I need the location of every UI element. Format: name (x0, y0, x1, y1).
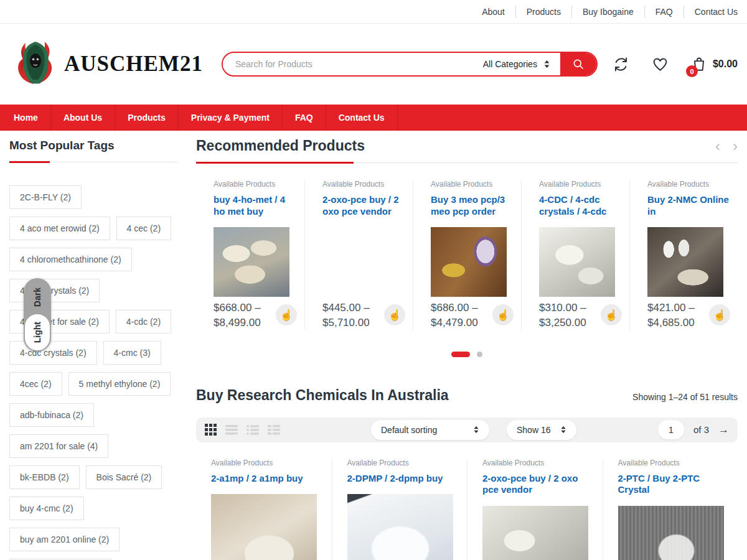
product-title-link[interactable]: buy 4-ho-met / 4 ho met buy (214, 194, 297, 218)
bullet-list-view-icon[interactable] (247, 425, 259, 435)
cart-button[interactable]: 0 $0.00 (691, 56, 738, 72)
tag-adb-fubinaca[interactable]: adb-fubinaca (2) (9, 403, 94, 427)
shop-title: Buy Research Chemicals In Australia (196, 387, 449, 404)
grid-view-icon[interactable] (205, 424, 217, 436)
product-image[interactable] (322, 227, 398, 297)
updown-arrows-icon (543, 60, 550, 68)
product-price: $445.00 – $5,710.00 (322, 301, 384, 330)
carousel-next-icon[interactable]: › (733, 139, 738, 154)
page-navigation: of 3 → (658, 420, 729, 439)
select-options-button[interactable]: ☝ (709, 304, 730, 325)
nav-item-home[interactable]: Home (1, 105, 51, 131)
show-count-select[interactable]: Show 16 (507, 420, 576, 440)
hand-pointer-icon: ☝ (496, 309, 509, 322)
product-image[interactable] (214, 227, 289, 297)
product-image[interactable] (482, 506, 588, 560)
product-category-link[interactable]: Available Products (647, 180, 730, 189)
recommended-title: Recommended Products (196, 138, 365, 154)
product-title-link[interactable]: Buy 3 meo pcp/3 meo pcp order (431, 194, 514, 218)
updown-arrows-icon (560, 426, 566, 434)
product-title-link[interactable]: 2-oxo-pce buy / 2 oxo pce vendor (322, 194, 405, 218)
product-category-link[interactable]: Available Products (539, 180, 622, 189)
search-icon (572, 58, 585, 70)
tag-4-aco-met-erowid[interactable]: 4 aco met erowid (2) (9, 217, 110, 240)
product-category-link[interactable]: Available Products (347, 459, 459, 467)
tag-4-meo-crystals[interactable]: 4 meo crystals (2) (9, 279, 100, 302)
tag-4-cmc[interactable]: 4-cmc (3) (103, 341, 161, 365)
nav-item-products[interactable]: Products (115, 105, 179, 131)
tag-4-chloromethcathinone[interactable]: 4 chloromethcathinone (2) (9, 248, 132, 271)
product-title-link[interactable]: 4-CDC / 4-cdc crystals / 4-cdc (539, 194, 622, 218)
carousel-arrows: ‹ › (715, 139, 738, 154)
recommended-underline (196, 162, 738, 164)
site-logo[interactable]: AUSCHEM21 (9, 38, 203, 90)
select-options-button[interactable]: ☝ (601, 304, 622, 325)
product-category-link[interactable]: Available Products (431, 180, 514, 189)
topbar-link-contact-us[interactable]: Contact Us (684, 6, 738, 18)
product-title-link[interactable]: 2-PTC / Buy 2-PTC Crystal (618, 473, 730, 497)
nav-item-contact-us[interactable]: Contact Us (326, 105, 398, 131)
tag-bois-sacre[interactable]: Bois Sacré (2) (86, 465, 162, 489)
next-page-arrow[interactable]: → (718, 424, 729, 436)
select-options-button[interactable]: ☝ (276, 304, 297, 325)
product-image[interactable] (647, 227, 723, 297)
product-title-link[interactable]: 2-a1mp / 2 a1mp buy (211, 473, 323, 485)
theme-light-button[interactable]: Light (24, 313, 51, 352)
nav-item-faq[interactable]: FAQ (283, 105, 326, 131)
product-category-link[interactable]: Available Products (618, 459, 730, 467)
search-input[interactable] (223, 59, 473, 69)
cart-bag-icon: 0 (691, 56, 707, 72)
product-category-link[interactable]: Available Products (211, 459, 323, 467)
category-select[interactable]: All Categories (473, 59, 560, 69)
product-category-link[interactable]: Available Products (482, 459, 594, 467)
shop-section: Buy Research Chemicals In Australia Show… (196, 387, 738, 560)
theme-dark-button[interactable]: Dark (24, 278, 51, 317)
content: Most Popular Tags 2C-B-FLY (2) 4 aco met… (0, 131, 747, 560)
page: About Products Buy Ibogaine FAQ Contact … (0, 0, 747, 560)
product-title-link[interactable]: Buy 2-NMC Online in (647, 194, 730, 218)
page-number-input[interactable] (658, 420, 684, 439)
product-category-link[interactable]: Available Products (322, 180, 405, 189)
compact-grid-view-icon[interactable] (268, 425, 280, 435)
compare-button[interactable] (613, 56, 629, 73)
hand-pointer-icon: ☝ (388, 309, 401, 322)
topbar-link-faq[interactable]: FAQ (644, 6, 684, 18)
carousel-dot-active[interactable] (451, 352, 470, 357)
select-options-button[interactable]: ☝ (384, 304, 405, 325)
tag-4-cec[interactable]: 4 cec (2) (116, 217, 171, 240)
topbar-link-about[interactable]: About (471, 6, 515, 18)
product-card: Available Products 2-oxo-pce buy / 2 oxo… (467, 459, 603, 560)
search-button[interactable] (560, 52, 596, 77)
carousel-dot[interactable] (477, 352, 482, 357)
tag-buy-4-cmc[interactable]: buy 4-cmc (2) (9, 497, 84, 520)
nav-item-privacy-payment[interactable]: Privacy & Payment (179, 105, 283, 131)
product-title-link[interactable]: 2-oxo-pce buy / 2 oxo pce vendor (482, 473, 594, 497)
tag-4cec[interactable]: 4cec (2) (9, 372, 62, 396)
product-image[interactable] (618, 506, 724, 560)
tag-bk-ebdb[interactable]: bk-EBDB (2) (9, 465, 80, 489)
tag-am-2201-for-sale[interactable]: am 2201 for sale (4) (9, 434, 108, 458)
product-image[interactable] (211, 494, 317, 560)
list-view-icon[interactable] (225, 425, 238, 435)
page-total-label: of 3 (693, 424, 709, 435)
sort-select[interactable]: Default sorting (371, 420, 489, 440)
product-image[interactable] (347, 494, 453, 560)
select-options-button[interactable]: ☝ (492, 304, 514, 325)
product-image[interactable] (539, 227, 615, 297)
compare-icon (613, 56, 629, 73)
product-image[interactable] (431, 227, 507, 297)
tag-2c-b-fly[interactable]: 2C-B-FLY (2) (9, 185, 82, 209)
product-category-link[interactable]: Available Products (214, 180, 297, 189)
topbar-link-products[interactable]: Products (515, 6, 571, 18)
nav-item-about-us[interactable]: About Us (51, 105, 115, 131)
carousel-prev-icon[interactable]: ‹ (715, 139, 720, 154)
product-card: Available Products buy 4-ho-met / 4 ho m… (196, 180, 304, 330)
tag-4-cdc-crystals[interactable]: 4-cdc crystals (2) (9, 341, 97, 365)
wishlist-button[interactable] (652, 56, 669, 73)
product-title-link[interactable]: 2-DPMP / 2-dpmp buy (347, 473, 459, 485)
tag-buy-am-2201-online[interactable]: buy am 2201 online (2) (9, 528, 120, 551)
tag-5-methyl-ethylone[interactable]: 5 methyl ethylone (2) (68, 372, 171, 396)
show-count-value: Show 16 (517, 425, 550, 435)
tag-4-cdc[interactable]: 4-cdc (2) (116, 310, 171, 334)
topbar-link-buy-ibogaine[interactable]: Buy Ibogaine (571, 6, 644, 18)
